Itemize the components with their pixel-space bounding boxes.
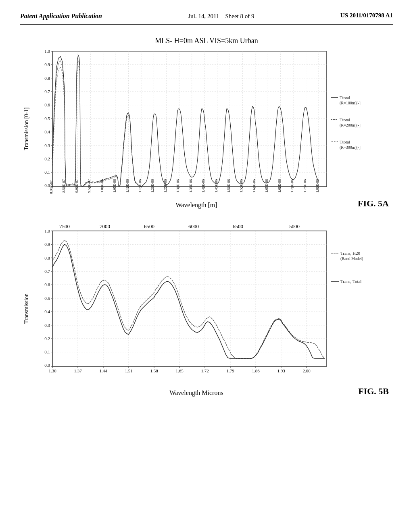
svg-text:0.5: 0.5 <box>44 116 50 121</box>
svg-text:6500: 6500 <box>144 223 154 229</box>
svg-text:8.50E-07: 8.50E-07 <box>62 179 66 193</box>
svg-text:1.30E-06: 1.30E-06 <box>176 179 180 193</box>
fig5b-label: FIG. 5B <box>348 386 389 397</box>
svg-text:Ttotal: Ttotal <box>340 139 350 144</box>
page-container: Patent Application Publication Jul. 14, … <box>0 0 413 532</box>
svg-text:1.65: 1.65 <box>175 368 184 373</box>
fig5a-y-label: Transmission [0-1] <box>23 49 30 209</box>
svg-text:0.6: 0.6 <box>44 282 50 287</box>
svg-text:1.60E-06: 1.60E-06 <box>252 179 256 193</box>
svg-text:6000: 6000 <box>188 223 199 229</box>
fig5a-chart: 1.0 0.9 0.8 0.7 0.6 0.5 0.4 0.3 0.2 0.1 … <box>32 49 379 198</box>
svg-text:1.79: 1.79 <box>226 368 234 373</box>
svg-text:Trans, H20: Trans, H20 <box>340 251 361 256</box>
svg-text:1.70E-06: 1.70E-06 <box>290 179 294 193</box>
svg-text:0.2: 0.2 <box>44 336 50 341</box>
svg-text:1.40E-06: 1.40E-06 <box>201 179 205 193</box>
fig5a-label: FIG. 5A <box>348 198 389 209</box>
svg-text:1.37: 1.37 <box>74 368 82 373</box>
svg-text:1.51: 1.51 <box>125 368 132 373</box>
svg-text:0.7: 0.7 <box>44 89 50 94</box>
svg-text:1.05E-06: 1.05E-06 <box>113 179 117 193</box>
svg-text:9.50E-07: 9.50E-07 <box>87 179 91 193</box>
svg-text:6500: 6500 <box>233 223 243 229</box>
svg-text:1.58: 1.58 <box>150 368 158 373</box>
svg-text:1.80E-06: 1.80E-06 <box>315 179 319 193</box>
svg-text:0.0: 0.0 <box>44 363 50 368</box>
fig5a-y-axis-text: Transmission [0-1] <box>23 108 30 150</box>
svg-text:1.55E-06: 1.55E-06 <box>239 179 243 193</box>
svg-text:2.00: 2.00 <box>302 368 311 373</box>
svg-text:(R=100m)[-]: (R=100m)[-] <box>340 101 361 106</box>
svg-text:8.00E-07: 8.00E-07 <box>49 180 53 194</box>
svg-text:Trans, Total: Trans, Total <box>340 279 361 284</box>
fig5a-title: MLS- H=0m ASL VIS=5km Urban <box>20 37 393 45</box>
svg-text:1.72: 1.72 <box>201 368 209 373</box>
svg-text:5000: 5000 <box>289 223 300 229</box>
svg-text:1.10E-06: 1.10E-06 <box>125 179 129 193</box>
svg-text:1.69E-06: 1.69E-06 <box>277 179 282 193</box>
svg-text:1.0: 1.0 <box>44 49 50 54</box>
svg-text:0.5: 0.5 <box>44 296 50 301</box>
svg-text:0.6: 0.6 <box>44 102 50 107</box>
pub-date: Jul. 14, 2011 <box>188 13 219 19</box>
svg-text:(R=200m)[-]: (R=200m)[-] <box>340 123 361 128</box>
svg-text:1.35E-06: 1.35E-06 <box>189 179 193 193</box>
svg-text:1.44: 1.44 <box>99 368 107 373</box>
svg-text:Ttotal: Ttotal <box>340 117 350 122</box>
svg-rect-0 <box>52 51 327 187</box>
svg-text:1.20E-06: 1.20E-06 <box>150 179 154 193</box>
svg-rect-113 <box>52 231 327 366</box>
header: Patent Application Publication Jul. 14, … <box>20 12 393 25</box>
svg-text:0.1: 0.1 <box>44 170 50 175</box>
svg-text:1.45E-06: 1.45E-06 <box>214 179 218 193</box>
fig5b-y-axis-text: Transmission <box>23 294 30 324</box>
svg-text:(R=300m)[-]: (R=300m)[-] <box>340 145 361 150</box>
fig5b-section: Transmission 7500 7000 6500 6000 6500 50… <box>20 221 393 397</box>
svg-text:(Band Model): (Band Model) <box>340 256 363 261</box>
svg-text:0.2: 0.2 <box>44 156 50 161</box>
fig5b-x-label: Wavelength Microns <box>169 389 223 396</box>
svg-text:1.93: 1.93 <box>277 368 285 373</box>
svg-text:1.50E-06: 1.50E-06 <box>227 179 231 193</box>
svg-text:7500: 7500 <box>59 223 70 229</box>
svg-text:0.1: 0.1 <box>44 349 50 354</box>
svg-text:0.8: 0.8 <box>44 76 50 81</box>
svg-text:0.3: 0.3 <box>44 143 50 148</box>
svg-text:1.30: 1.30 <box>48 368 56 373</box>
svg-text:7000: 7000 <box>100 223 110 229</box>
svg-text:1.25E-06: 1.25E-06 <box>163 179 167 193</box>
header-center: Jul. 14, 2011 Sheet 8 of 9 <box>188 12 254 21</box>
svg-text:0.4: 0.4 <box>44 129 50 134</box>
svg-text:0.8: 0.8 <box>44 256 50 260</box>
patent-number: US 2011/0170798 A1 <box>340 12 393 19</box>
fig5a-section: MLS- H=0m ASL VIS=5km Urban Transmission… <box>20 37 393 209</box>
svg-text:Ttotal: Ttotal <box>340 95 350 100</box>
svg-text:0.7: 0.7 <box>44 269 50 274</box>
svg-text:0.4: 0.4 <box>44 309 50 314</box>
svg-text:1.0: 1.0 <box>44 229 50 233</box>
svg-text:0.3: 0.3 <box>44 323 50 328</box>
svg-text:0.9: 0.9 <box>44 242 50 247</box>
publication-title: Patent Application Publication <box>20 12 102 21</box>
fig5a-x-label: Wavelength [m] <box>175 202 217 208</box>
fig5b-y-label: Transmission <box>23 221 30 397</box>
fig5b-chart: 7500 7000 6500 6000 6500 5000 <box>32 221 379 386</box>
svg-text:1.65E-06: 1.65E-06 <box>265 179 269 193</box>
sheet-info: Sheet 8 of 9 <box>225 13 254 19</box>
svg-text:1.75E-06: 1.75E-06 <box>303 179 307 193</box>
svg-text:1.86: 1.86 <box>252 368 260 373</box>
svg-text:0.9: 0.9 <box>44 62 50 67</box>
